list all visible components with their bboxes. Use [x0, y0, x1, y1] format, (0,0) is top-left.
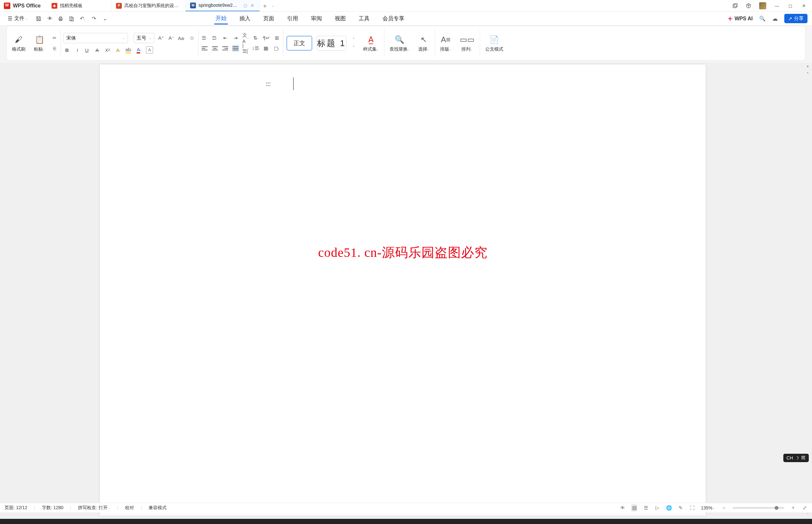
tab-active-doc[interactable]: W springboote9xw2数据库文档 ▢ ✕ [186, 0, 260, 11]
typeset-button[interactable]: A≡ 排版⌄ [437, 34, 454, 52]
sort-icon[interactable]: ⇅⌄ [253, 34, 260, 42]
paste-button[interactable]: 📋 粘贴⌄ [31, 34, 48, 52]
document-page[interactable]: code51. cn-源码乐园盗图必究 [100, 64, 706, 515]
outline-view-icon[interactable]: ☰ [643, 505, 649, 511]
font-family-select[interactable]: 宋体 ⌄ [64, 33, 128, 43]
web-view-icon[interactable]: 🌐 [666, 505, 672, 511]
italic-button[interactable]: I [74, 46, 81, 53]
numbered-list-icon[interactable]: ☲⌄ [211, 34, 218, 42]
zoom-thumb[interactable] [775, 506, 778, 510]
focus-mode-icon[interactable]: ✎ [678, 505, 683, 511]
change-case-icon[interactable]: Aa⌄ [178, 34, 185, 42]
status-proof[interactable]: 校对 [125, 505, 134, 511]
bold-button[interactable]: B [64, 46, 70, 53]
decrease-indent-icon[interactable]: ⇤ [222, 34, 229, 42]
style-scroll-down-icon[interactable]: ˅ [350, 44, 357, 51]
align-center-button[interactable] [211, 45, 218, 52]
text-effects-button[interactable]: A⌄ [115, 46, 122, 53]
ime-indicator[interactable]: CH ☽ 简 [783, 454, 809, 462]
show-marks-icon[interactable]: ⊞ [273, 34, 280, 42]
status-compat[interactable]: 兼容模式 [149, 505, 167, 511]
tab-ppt[interactable]: P 高校自习室预约系统的设计与实现.pp [112, 0, 186, 11]
tab-template[interactable]: ◆ 找稻壳模板 [47, 0, 112, 11]
menu-insert[interactable]: 插入 [238, 13, 252, 24]
highlight-button[interactable]: ab⌄ [125, 46, 132, 53]
font-color-button[interactable]: A⌄ [136, 46, 143, 53]
styles-set-button[interactable]: A̲ 样式集⌄ [361, 34, 382, 52]
zoom-in-icon[interactable]: ＋ [790, 505, 796, 511]
arrange-button[interactable]: ▭▭ 排列⌄ [457, 34, 477, 52]
tab-close-icon[interactable]: ✕ [250, 3, 255, 8]
cloud-upload-icon[interactable]: ☁ [772, 15, 778, 22]
eye-icon[interactable]: 👁 [620, 505, 626, 510]
distribute-icon[interactable]: |☰|⌄ [242, 45, 249, 52]
status-spellcheck[interactable]: 拼写检查: 打开 ⌄ [78, 505, 111, 511]
shrink-font-icon[interactable]: A⁻ [168, 34, 175, 42]
phonetic-guide-icon[interactable]: A [146, 46, 153, 53]
file-menu-button[interactable]: ☰ 文件 ⌄ [4, 14, 31, 23]
share-button[interactable]: ↗ 分享 [784, 14, 808, 23]
shading-icon[interactable]: ▦⌄ [263, 45, 270, 52]
menu-review[interactable]: 审阅 [310, 13, 323, 24]
borders-icon[interactable]: ▢⌄ [273, 45, 280, 52]
menu-vip[interactable]: 会员专享 [381, 13, 406, 24]
user-avatar[interactable] [759, 2, 766, 9]
print-preview-icon[interactable]: 👁 [47, 16, 53, 21]
fit-view-icon[interactable]: ⛶ [689, 505, 695, 510]
qat-more-icon[interactable]: ⌄ [101, 15, 108, 21]
tab-new-button[interactable]: ＋ [260, 0, 270, 11]
wps-ai-button[interactable]: WPS AI [728, 16, 753, 21]
status-words[interactable]: 字数: 1280 [42, 505, 64, 511]
fullscreen-icon[interactable]: ⤢ [802, 505, 808, 511]
window-maximize-icon[interactable]: ◻ [788, 3, 793, 9]
style-scroll-up-icon[interactable]: ˄ [350, 36, 357, 43]
select-button[interactable]: ↖ 选择⌄ [416, 34, 432, 52]
search-icon[interactable]: 🔍 [759, 15, 766, 21]
align-left-button[interactable] [201, 45, 208, 52]
find-replace-button[interactable]: 🔍 查找替换⌄ [387, 34, 412, 52]
increase-indent-icon[interactable]: ⇥ [232, 34, 239, 42]
bulleted-list-icon[interactable]: ☰⌄ [201, 34, 208, 42]
menu-page[interactable]: 页面 [262, 13, 276, 24]
cut-icon[interactable]: ✂ [51, 34, 58, 42]
copy-icon[interactable]: ⎘ [51, 45, 58, 52]
line-break-icon[interactable]: ¶↵ [263, 34, 270, 42]
style-normal[interactable]: 正文 [286, 36, 312, 51]
print-icon[interactable] [58, 16, 64, 21]
tab-new-dropdown[interactable]: ⌄ [270, 0, 276, 11]
text-direction-icon[interactable]: 文A⌄ [242, 34, 249, 42]
line-spacing-icon[interactable]: ↕☰⌄ [253, 45, 260, 52]
format-painter-button[interactable]: 🖌 格式刷 [9, 34, 28, 52]
zoom-slider[interactable] [733, 507, 784, 509]
cube-icon[interactable] [746, 3, 751, 9]
menu-ref[interactable]: 引用 [286, 13, 299, 24]
underline-button[interactable]: U⌄ [84, 46, 91, 53]
redo-icon[interactable]: ↷ [90, 15, 97, 21]
menu-view[interactable]: 视图 [333, 13, 347, 24]
export-icon[interactable] [69, 16, 75, 21]
multi-window-icon[interactable] [732, 3, 738, 9]
tab-preview-icon[interactable]: ▢ [244, 3, 247, 8]
window-close-icon[interactable]: ✕ [801, 3, 807, 9]
zoom-out-icon[interactable]: − [721, 505, 727, 510]
font-size-select[interactable]: 五号 ⌄ [134, 33, 154, 43]
scroll-up-icon[interactable]: ▴ [807, 63, 809, 69]
undo-icon[interactable]: ↶⌄ [80, 15, 86, 21]
zoom-value[interactable]: 135% ⌄ [701, 505, 715, 510]
align-right-button[interactable] [222, 45, 229, 52]
strike-button[interactable]: A⌄ [95, 46, 101, 53]
menu-tools[interactable]: 工具 [357, 13, 371, 24]
save-icon[interactable] [36, 16, 42, 21]
anchor-handle-icon[interactable] [266, 82, 271, 87]
page-view-icon[interactable]: ▤ [631, 504, 637, 511]
read-view-icon[interactable]: ▷ [654, 505, 660, 511]
clear-format-icon[interactable]: ◇ [188, 34, 196, 42]
scroll-page-icon[interactable]: ▪ [807, 69, 809, 76]
status-page[interactable]: 页面: 12/12 [4, 505, 28, 511]
align-justify-button[interactable] [232, 45, 239, 52]
style-heading1[interactable]: 标题 1 [317, 36, 346, 51]
official-mode-button[interactable]: 📄 公文模式 [483, 34, 506, 52]
grow-font-icon[interactable]: A⁺ [158, 34, 165, 42]
superscript-button[interactable]: X²⌄ [105, 46, 112, 53]
menu-home[interactable]: 开始 [214, 13, 228, 24]
